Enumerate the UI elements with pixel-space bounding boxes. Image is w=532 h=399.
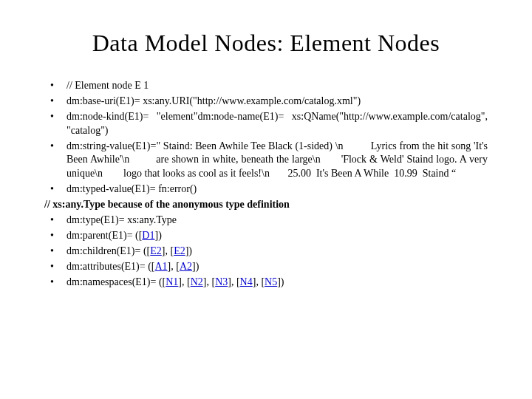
- link-e2[interactable]: E2: [174, 245, 185, 256]
- bullet-item: // Element node E 1: [44, 79, 488, 93]
- bullet-item: dm:string-value(E1)=" Staind: Been Awhil…: [44, 140, 488, 182]
- bullet-item: dm:node-kind(E1)= "element"dm:node-name(…: [44, 110, 488, 138]
- text-fragment: dm:attributes(E1)= ([: [66, 261, 154, 272]
- bullet-item: dm:children(E1)= ([E2], [E2]): [44, 245, 488, 259]
- note-line: // xs:any.Type because of the anonymous …: [44, 198, 488, 212]
- bullet-item: dm:parent(E1)= ([D1]): [44, 229, 488, 243]
- text-fragment: dm:children(E1)= ([: [66, 245, 150, 256]
- text-fragment: ]): [192, 261, 199, 272]
- bullet-list: // Element node E 1 dm:base-uri(E1)= xs:…: [37, 79, 495, 289]
- text-fragment: ], [: [162, 245, 174, 256]
- link-d1[interactable]: D1: [142, 230, 154, 241]
- link-n3[interactable]: N3: [215, 276, 228, 287]
- bullet-item: dm:base-uri(E1)= xs:any.URI("http://www.…: [44, 95, 488, 109]
- bullet-item: dm:type(E1)= xs:any.Type: [44, 214, 488, 228]
- text-fragment: ]): [185, 245, 192, 256]
- bullet-item: dm:typed-value(E1)= fn:error(): [44, 183, 488, 197]
- text-fragment: ], [: [228, 276, 239, 287]
- link-n1[interactable]: N1: [166, 276, 178, 287]
- bullet-item: dm:attributes(E1)= ([A1], [A2]): [44, 260, 488, 274]
- text-fragment: ], [: [168, 261, 180, 272]
- link-a1[interactable]: A1: [154, 261, 167, 272]
- text-fragment: ], [: [178, 276, 190, 287]
- text-fragment: ], [: [253, 276, 265, 287]
- page-title: Data Model Nodes: Element Nodes: [37, 30, 495, 57]
- text-fragment: ]): [277, 276, 284, 287]
- link-n2[interactable]: N2: [191, 276, 203, 287]
- text-fragment: ], [: [203, 276, 215, 287]
- link-n4[interactable]: N4: [240, 276, 253, 287]
- bullet-item: dm:namespaces(E1)= ([N1], [N2], [N3], [N…: [44, 276, 488, 290]
- slide-container: Data Model Nodes: Element Nodes // Eleme…: [0, 0, 532, 399]
- text-fragment: dm:namespaces(E1)= ([: [66, 276, 166, 287]
- link-e2[interactable]: E2: [150, 245, 162, 256]
- text-fragment: dm:parent(E1)= ([: [66, 230, 142, 241]
- link-n5[interactable]: N5: [265, 276, 277, 287]
- text-fragment: ]): [154, 230, 161, 241]
- link-a2[interactable]: A2: [180, 261, 192, 272]
